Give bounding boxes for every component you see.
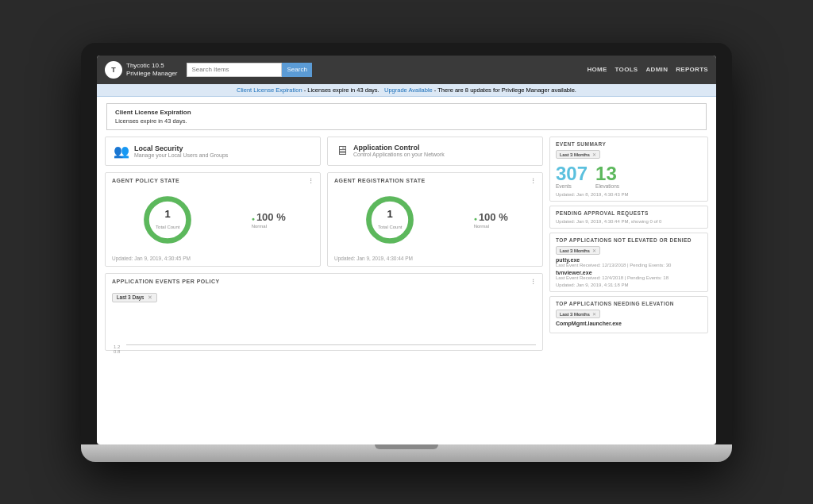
brand-subtitle: Privilege Manager: [126, 70, 177, 78]
pending-approval-card: PENDING APPROVAL REQUESTS Updated: Jan 9…: [549, 206, 708, 229]
upgrade-link[interactable]: Upgrade Available: [384, 87, 433, 94]
license-box-body: Licenses expire in 43 days.: [115, 117, 187, 125]
agent-registration-footer: Updated: Jan 9, 2019, 4:30:44 PM: [334, 256, 536, 261]
elevations-count: 13: [595, 164, 619, 183]
laptop-base: [81, 444, 732, 462]
brand-icon-text: T: [111, 66, 116, 74]
agent-registration-legend: ● 100 % Normal: [474, 211, 508, 229]
dashboard-panels: AGENT POLICY STATE ⋮ 1: [105, 172, 543, 267]
app-tvn-detail: Last Event Received: 12/4/2018 | Pending…: [556, 275, 702, 280]
app-item-compmgmt: CompMgmt.launcher.exe: [556, 321, 702, 326]
y-label-bot: 0.8: [114, 349, 120, 354]
event-summary-filter-remove[interactable]: ✕: [592, 152, 596, 157]
events-block: 307 Events: [556, 164, 588, 189]
laptop-shell: T Thycotic 10.5 Privilege Manager Search…: [81, 43, 732, 462]
top-needing-elevation-filter[interactable]: Last 3 Months ✕: [556, 310, 600, 318]
y-axis-labels: 1.2 0.8: [114, 344, 120, 345]
top-needing-elevation-filter-label: Last 3 Months: [560, 312, 590, 317]
app-events-filter-remove[interactable]: ✕: [148, 294, 152, 300]
app-compmgmt-name[interactable]: CompMgmt.launcher.exe: [556, 321, 702, 326]
app-control-header: 🖥 Application Control Control Applicatio…: [336, 144, 534, 158]
right-panel: EVENT SUMMARY Last 3 Months ✕ 307 Events…: [549, 137, 708, 440]
app-events-more[interactable]: ⋮: [530, 279, 537, 285]
brand: T Thycotic 10.5 Privilege Manager: [105, 61, 177, 79]
agent-policy-more[interactable]: ⋮: [308, 178, 314, 184]
agent-registration-donut-area: 1 Total Count ● 100 % Normal: [334, 189, 536, 251]
top-not-elevated-card: TOP APPLICATIONS NOT ELEVATED OR DENIED …: [549, 233, 708, 292]
agent-policy-count: 1 Total Count: [156, 208, 179, 231]
license-box-title: Client License Expiration: [115, 109, 698, 116]
brand-name: Thycotic 10.5: [126, 62, 177, 70]
app-tvn-name[interactable]: tvnviewer.exe: [556, 270, 702, 275]
agent-registration-donut: 1 Total Count: [362, 192, 418, 248]
top-needing-elevation-filter-remove[interactable]: ✕: [592, 312, 596, 317]
app-events-title-text: APPLICATION EVENTS PER POLICY: [112, 279, 220, 285]
top-needing-elevation-title: TOP APPLICATIONS NEEDING ELEVATION: [556, 301, 702, 306]
event-summary-title: EVENT SUMMARY: [556, 141, 702, 147]
local-security-sub: Manage your Local Users and Groups: [134, 152, 228, 158]
app-events-chart: 1.2 0.8: [112, 306, 536, 345]
agent-policy-legend: ● 100 % Normal: [252, 211, 286, 229]
local-security-card[interactable]: 👥 Local Security Manage your Local Users…: [105, 137, 321, 166]
app-control-icon: 🖥: [336, 144, 349, 158]
agent-registration-title-text: AGENT REGISTRATION STATE: [334, 178, 426, 184]
alert-bar: Client License Expiration - Licenses exp…: [97, 84, 716, 97]
top-not-elevated-filter-remove[interactable]: ✕: [592, 248, 596, 253]
app-control-card[interactable]: 🖥 Application Control Control Applicatio…: [327, 137, 543, 166]
top-needing-elevation-card: TOP APPLICATIONS NEEDING ELEVATION Last …: [549, 296, 708, 333]
agent-policy-donut-area: 1 Total Count ● 100 % Normal: [112, 189, 314, 251]
elevations-block: 13 Elevations: [595, 164, 619, 189]
top-cards: 👥 Local Security Manage your Local Users…: [105, 137, 543, 166]
bar-chart-inner: [126, 344, 536, 345]
agent-registration-title: AGENT REGISTRATION STATE ⋮: [334, 178, 536, 184]
agent-registration-count: 1 Total Count: [378, 208, 402, 231]
app-events-filter[interactable]: Last 3 Days ✕: [112, 293, 157, 302]
app-putty-name[interactable]: putty.exe: [556, 257, 702, 263]
license-msg: - Licenses expire in 43 days.: [304, 87, 380, 94]
app-events-panel: APPLICATION EVENTS PER POLICY ⋮ Last 3 D…: [105, 273, 543, 351]
local-security-header: 👥 Local Security Manage your Local Users…: [114, 144, 312, 159]
agent-policy-panel: AGENT POLICY STATE ⋮ 1: [105, 172, 321, 267]
app-control-title: Application Control: [353, 144, 445, 152]
event-summary-filter[interactable]: Last 3 Months ✕: [556, 150, 600, 159]
agent-registration-panel: AGENT REGISTRATION STATE ⋮ 1: [327, 172, 543, 267]
app-events-filter-label: Last 3 Days: [117, 294, 144, 300]
agent-registration-more[interactable]: ⋮: [530, 178, 537, 184]
agent-policy-footer: Updated: Jan 9, 2019, 4:30:45 PM: [112, 256, 314, 261]
app-putty-detail: Last Event Received: 12/13/2018 | Pendin…: [556, 263, 702, 267]
event-summary-footer: Updated: Jan 8, 2019, 4:30:43 PM: [556, 192, 702, 197]
agent-policy-title: AGENT POLICY STATE ⋮: [112, 178, 314, 184]
top-not-elevated-filter[interactable]: Last 3 Months ✕: [556, 246, 600, 255]
main-content: 👥 Local Security Manage your Local Users…: [97, 137, 716, 444]
nav-tools[interactable]: TOOLS: [615, 66, 638, 73]
search-button[interactable]: Search: [282, 63, 311, 77]
app-item-tvnviewer: tvnviewer.exe Last Event Received: 12/4/…: [556, 270, 702, 280]
license-box: Client License Expiration Licenses expir…: [106, 103, 707, 130]
agent-policy-title-text: AGENT POLICY STATE: [112, 178, 179, 184]
upgrade-msg: - There are 8 updates for Privilege Mana…: [434, 87, 576, 94]
search-input[interactable]: [187, 63, 282, 77]
app-control-sub: Control Applications on your Network: [353, 152, 445, 157]
nav-admin[interactable]: ADMIN: [646, 66, 669, 73]
nav-links: HOME TOOLS ADMIN REPORTS: [587, 66, 708, 73]
event-summary-card: EVENT SUMMARY Last 3 Months ✕ 307 Events…: [549, 137, 708, 202]
license-link[interactable]: Client License Expiration: [237, 87, 302, 94]
pending-approval-title: PENDING APPROVAL REQUESTS: [556, 210, 702, 216]
top-not-elevated-filter-label: Last 3 Months: [560, 248, 590, 253]
event-stats: 307 Events 13 Elevations: [556, 164, 702, 189]
brand-text: Thycotic 10.5 Privilege Manager: [126, 62, 177, 77]
top-not-elevated-footer: Updated: Jan 9, 2019, 4:31:18 PM: [556, 283, 702, 287]
nav-reports[interactable]: REPORTS: [676, 66, 708, 73]
local-security-icon: 👥: [114, 144, 129, 159]
events-label: Events: [556, 183, 588, 189]
app-item-putty: putty.exe Last Event Received: 12/13/201…: [556, 257, 702, 267]
nav-home[interactable]: HOME: [587, 66, 607, 73]
brand-icon: T: [105, 61, 122, 79]
search-area: Search: [187, 63, 345, 77]
app-events-title: APPLICATION EVENTS PER POLICY ⋮: [112, 279, 536, 285]
top-not-elevated-title: TOP APPLICATIONS NOT ELEVATED OR DENIED: [556, 237, 702, 243]
left-panel: 👥 Local Security Manage your Local Users…: [105, 137, 543, 440]
screen: T Thycotic 10.5 Privilege Manager Search…: [97, 56, 716, 444]
events-count: 307: [556, 164, 588, 183]
elevations-label: Elevations: [595, 183, 619, 189]
